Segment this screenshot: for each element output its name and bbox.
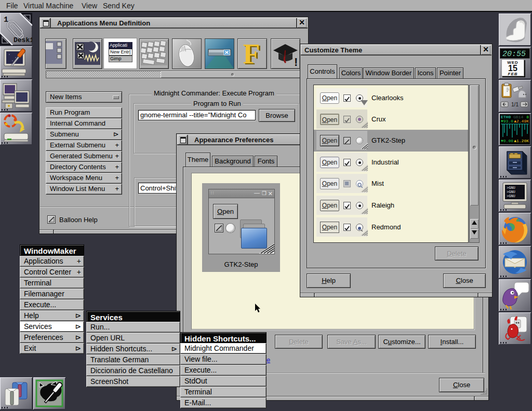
svg-text:>GNU: >GNU <box>507 186 515 190</box>
svg-text:>GNU: >GNU <box>507 190 515 194</box>
svg-text:F: F <box>243 39 260 68</box>
svg-text:!: ! <box>294 56 298 68</box>
svg-text:Desk1: Desk1 <box>14 36 32 44</box>
svg-text:>GNU: >GNU <box>507 194 515 198</box>
svg-text:1: 1 <box>4 16 8 24</box>
svg-text:1/1: 1/1 <box>511 102 518 107</box>
